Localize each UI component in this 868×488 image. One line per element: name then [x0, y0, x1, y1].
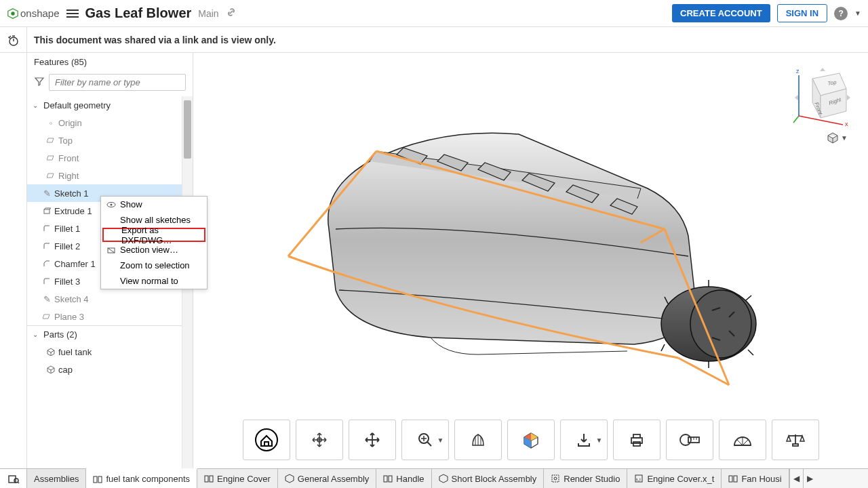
- notice-bar: This document was shared via a link and …: [0, 27, 868, 53]
- part-studio-icon: [93, 474, 102, 484]
- feature-label: Extrude 1: [54, 206, 92, 216]
- features-header: Features (85): [27, 53, 193, 71]
- svg-line-42: [743, 440, 748, 445]
- plane-label: Top: [58, 136, 73, 146]
- tab-render-studio[interactable]: Render Studio: [544, 469, 627, 488]
- plane-icon: [46, 171, 56, 180]
- filter-input[interactable]: [49, 74, 186, 91]
- appearance-button[interactable]: [507, 420, 555, 460]
- ctx-show[interactable]: Show: [101, 197, 207, 212]
- help-icon[interactable]: ?: [834, 7, 848, 20]
- fillet-icon: [42, 241, 52, 251]
- view-cube-iso-icon[interactable]: ▼: [827, 131, 848, 144]
- part-label: fuel tank: [58, 347, 92, 357]
- tab-label: Render Studio: [564, 474, 620, 484]
- tab-label: Assemblies: [34, 474, 79, 484]
- pan-button[interactable]: [349, 420, 396, 460]
- parts-header-row[interactable]: ⌄Parts (2): [27, 325, 193, 343]
- mass-properties-button[interactable]: [772, 420, 819, 460]
- part-label: cap: [58, 365, 73, 375]
- origin-row[interactable]: ◦Origin: [27, 114, 193, 131]
- assembly-icon: [439, 474, 448, 483]
- ctx-label: Zoom to selection: [120, 260, 190, 270]
- context-menu: Show Show all sketches Export as DXF/DWG…: [100, 196, 208, 289]
- tab-label: Fan Housi: [741, 474, 781, 484]
- help-dropdown-caret[interactable]: ▼: [854, 9, 861, 17]
- svg-rect-33: [633, 434, 640, 438]
- svg-line-18: [746, 296, 751, 300]
- tab-general-assembly[interactable]: General Assembly: [278, 469, 377, 488]
- feature-label: Fillet 1: [54, 224, 80, 234]
- protractor-button[interactable]: [719, 420, 766, 460]
- share-link-icon[interactable]: [226, 7, 237, 20]
- svg-rect-34: [633, 442, 640, 446]
- feature-label: Chamfer 1: [54, 259, 96, 269]
- home-view-button[interactable]: [243, 420, 290, 460]
- feature-label: Fillet 2: [54, 241, 80, 251]
- hamburger-menu-icon[interactable]: [66, 9, 79, 18]
- tab-engine-cover[interactable]: Engine Cover: [197, 469, 278, 488]
- chevron-down-icon: ▼: [596, 436, 603, 444]
- zoom-button[interactable]: ▼: [401, 420, 449, 460]
- svg-text:x_t: x_t: [636, 477, 641, 481]
- chevron-down-icon: ▼: [437, 436, 444, 444]
- plane-3-row[interactable]: Plane 3: [27, 308, 193, 325]
- view-cube[interactable]: Top Front Right z x y: [792, 65, 853, 126]
- plane-right-row[interactable]: Right: [27, 167, 193, 184]
- tab-search-icon[interactable]: [0, 469, 27, 488]
- svg-line-15: [661, 344, 665, 351]
- scrollbar-thumb[interactable]: [184, 100, 191, 159]
- tab-handle[interactable]: Handle: [376, 469, 431, 488]
- svg-line-11: [108, 248, 115, 253]
- filter-icon[interactable]: [34, 76, 45, 89]
- ctx-zoom-selection[interactable]: Zoom to selection: [101, 258, 207, 273]
- ctx-export-dxf-dwg[interactable]: Export as DXF/DWG…: [102, 228, 205, 242]
- measure-button[interactable]: [666, 420, 713, 460]
- document-title[interactable]: Gas Leaf Blower: [85, 5, 192, 21]
- extrude-icon: [42, 206, 52, 216]
- orbit-button[interactable]: [296, 420, 343, 460]
- tab-scroll-left[interactable]: ◀: [789, 469, 803, 488]
- print-button[interactable]: [613, 420, 660, 460]
- chamfer-icon: [42, 259, 52, 268]
- svg-line-41: [737, 440, 743, 445]
- branch-label[interactable]: Main: [198, 8, 218, 19]
- create-account-button[interactable]: CREATE ACCOUNT: [672, 4, 770, 22]
- tab-label: Engine Cover: [217, 474, 271, 484]
- tab-assemblies[interactable]: Assemblies: [27, 469, 86, 488]
- viewport-3d[interactable]: Top Front Right z x y ▼ ▼ ▼: [193, 53, 868, 468]
- part-fuel-tank-row[interactable]: fuel tank: [27, 343, 193, 361]
- export-button[interactable]: ▼: [560, 420, 608, 460]
- plane-icon: [42, 312, 52, 321]
- svg-rect-60: [734, 476, 737, 482]
- part-icon: [46, 365, 56, 374]
- svg-text:z: z: [796, 68, 800, 75]
- fillet-icon: [42, 277, 52, 286]
- ctx-view-normal[interactable]: View normal to: [101, 273, 207, 289]
- svg-text:y: y: [792, 113, 793, 119]
- brand-logo[interactable]: onshape: [7, 7, 60, 20]
- default-geometry-row[interactable]: ⌄Default geometry: [27, 96, 193, 114]
- tab-short-block-assembly[interactable]: Short Block Assembly: [432, 469, 545, 488]
- tab-fuel-tank-components[interactable]: fuel tank components: [86, 468, 197, 488]
- svg-line-19: [748, 350, 753, 355]
- plane-icon: [46, 153, 56, 163]
- part-studio-icon: [204, 474, 214, 483]
- shaded-button[interactable]: [454, 420, 502, 460]
- tab-label: fuel tank components: [106, 474, 190, 484]
- origin-label: Origin: [58, 118, 82, 128]
- stopwatch-icon[interactable]: [0, 27, 27, 52]
- view-toolbar: ▼ ▼: [243, 420, 819, 460]
- tab-fan-housing[interactable]: Fan Housi: [722, 469, 789, 488]
- part-studio-icon: [383, 474, 393, 483]
- svg-rect-49: [94, 476, 97, 483]
- plane-front-row[interactable]: Front: [27, 149, 193, 167]
- svg-point-35: [680, 434, 691, 445]
- tab-engine-cover-xt[interactable]: x_tEngine Cover.x_t: [627, 469, 722, 488]
- plane-top-row[interactable]: Top: [27, 131, 193, 149]
- tab-scroll-right[interactable]: ▶: [803, 469, 816, 488]
- sign-in-button[interactable]: SIGN IN: [777, 4, 827, 22]
- ctx-label: View normal to: [120, 276, 178, 286]
- sketch-4-row[interactable]: ✎Sketch 4: [27, 290, 193, 308]
- part-cap-row[interactable]: cap: [27, 361, 193, 378]
